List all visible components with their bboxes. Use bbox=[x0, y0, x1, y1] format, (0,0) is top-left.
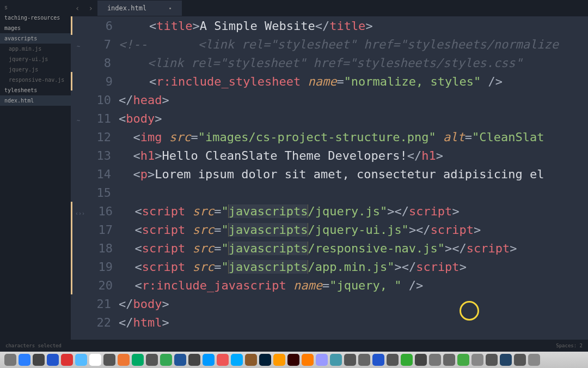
dock-app-icon[interactable] bbox=[4, 354, 16, 366]
code-content[interactable]: <script src="javascripts/jquery.js"></sc… bbox=[120, 204, 588, 218]
code-content[interactable]: <title>A Simple Website</title> bbox=[120, 19, 588, 33]
dock-app-icon[interactable] bbox=[443, 354, 455, 366]
code-content[interactable]: </html> bbox=[119, 316, 588, 329]
dock-app-icon[interactable] bbox=[174, 354, 186, 366]
code-line[interactable]: 9 <r:include_stylesheet name="normalize,… bbox=[71, 72, 588, 91]
tab-next-button[interactable]: › bbox=[84, 4, 97, 13]
dock-app-icon[interactable] bbox=[259, 354, 271, 366]
dock-app-icon[interactable] bbox=[528, 354, 540, 366]
code-line[interactable]: 22</html> bbox=[71, 313, 588, 331]
code-line[interactable]: 6 <title>A Simple Website</title> bbox=[71, 16, 588, 35]
file-jquery-js[interactable]: jquery.js bbox=[0, 64, 71, 75]
dock-app-icon[interactable] bbox=[471, 354, 483, 366]
dock-app-icon[interactable] bbox=[372, 354, 384, 366]
dock-app-icon[interactable] bbox=[302, 354, 314, 366]
code-line[interactable]: ‹››16 <script src="javascripts/jquery.js… bbox=[71, 202, 588, 220]
line-number: 6 bbox=[88, 19, 120, 33]
code-content[interactable]: <!-- <link rel="stylesheet" href="styles… bbox=[119, 38, 588, 51]
code-content[interactable]: </body> bbox=[119, 297, 588, 311]
code-content[interactable]: <body> bbox=[119, 112, 588, 125]
dock-app-icon[interactable] bbox=[415, 354, 427, 366]
line-number: 10 bbox=[86, 93, 119, 107]
fold-indicator bbox=[71, 172, 86, 176]
dock-app-icon[interactable] bbox=[203, 354, 215, 366]
code-content[interactable]: <r:include_stylesheet name="normalize, s… bbox=[120, 75, 588, 88]
code-editor[interactable]: 6 <title>A Simple Website</title>~7<!-- … bbox=[71, 16, 588, 340]
code-content[interactable]: <script src="javascripts/responsive-nav.… bbox=[120, 242, 588, 255]
tab-label: index.html bbox=[107, 4, 146, 12]
code-line[interactable]: 21</body> bbox=[71, 294, 588, 313]
dock-app-icon[interactable] bbox=[273, 354, 285, 366]
code-line[interactable]: ~11<body> bbox=[71, 109, 588, 128]
dock-app-icon[interactable] bbox=[500, 354, 512, 366]
fold-indicator bbox=[71, 153, 86, 158]
main: staching-resourcesmagesavascriptsapp.min… bbox=[0, 0, 588, 340]
file-explorer[interactable]: staching-resourcesmagesavascriptsapp.min… bbox=[0, 0, 71, 340]
dock-app-icon[interactable] bbox=[103, 354, 115, 366]
dock-app-icon[interactable] bbox=[61, 354, 73, 366]
dock-app-icon[interactable] bbox=[316, 354, 328, 366]
dock-app-icon[interactable] bbox=[47, 354, 59, 366]
code-content[interactable]: <h1>Hello CleanSlate Theme Developers!</… bbox=[119, 149, 588, 162]
code-line[interactable]: 14 <p>Lorem ipsum dolor sit amet, consec… bbox=[71, 165, 588, 183]
dock-app-icon[interactable] bbox=[514, 354, 526, 366]
dock-app-icon[interactable] bbox=[486, 354, 498, 366]
code-line[interactable]: 19 <script src="javascripts/app.min.js">… bbox=[71, 257, 588, 276]
macos-dock[interactable] bbox=[0, 352, 588, 368]
dock-app-icon[interactable] bbox=[188, 354, 200, 366]
dock-app-icon[interactable] bbox=[19, 354, 30, 366]
folder-root[interactable]: s bbox=[0, 2, 71, 13]
folder-stylesheets[interactable]: tylesheets bbox=[0, 85, 71, 95]
tab-index-html[interactable]: index.html • bbox=[97, 1, 182, 16]
code-line[interactable]: 17 <script src="javascripts/jquery-ui.js… bbox=[71, 220, 588, 239]
code-line[interactable]: 15 bbox=[71, 183, 588, 202]
dock-app-icon[interactable] bbox=[75, 354, 87, 366]
fold-indicator bbox=[72, 283, 88, 287]
code-line[interactable]: ~7<!-- <link rel="stylesheet" href="styl… bbox=[71, 35, 588, 53]
line-number: 13 bbox=[86, 149, 119, 162]
code-content[interactable]: <script src="javascripts/jquery-ui.js"><… bbox=[120, 223, 588, 237]
dock-app-icon[interactable] bbox=[160, 354, 172, 366]
dock-app-icon[interactable] bbox=[231, 354, 243, 366]
dock-app-icon[interactable] bbox=[287, 354, 299, 366]
dock-app-icon[interactable] bbox=[457, 354, 469, 366]
file-jquery-ui-js[interactable]: jquery-ui.js bbox=[0, 54, 71, 64]
dock-app-icon[interactable] bbox=[358, 354, 370, 366]
line-number: 14 bbox=[86, 167, 119, 181]
folder-teaching-resources[interactable]: taching-resources bbox=[0, 13, 71, 23]
code-content[interactable]: <img src="images/cs-project-structure.pn… bbox=[119, 130, 588, 144]
dock-app-icon[interactable] bbox=[429, 354, 441, 366]
code-content[interactable]: <p>Lorem ipsum dolor sit amet, consectet… bbox=[119, 167, 588, 181]
code-content[interactable]: <script src="javascripts/app.min.js"></s… bbox=[120, 260, 588, 274]
code-content[interactable]: <link rel="stylesheet" href="stylesheets… bbox=[119, 56, 588, 70]
code-line[interactable]: 20 <r:include_javascript name="jquery, "… bbox=[71, 276, 588, 294]
tab-bar: ‹ › index.html • bbox=[71, 0, 588, 16]
code-content[interactable]: </head> bbox=[119, 93, 588, 107]
dock-app-icon[interactable] bbox=[330, 354, 342, 366]
code-line[interactable]: 8 <link rel="stylesheet" href="styleshee… bbox=[71, 53, 588, 72]
code-line[interactable]: 12 <img src="images/cs-project-structure… bbox=[71, 128, 588, 146]
fold-indicator bbox=[72, 246, 88, 250]
dock-app-icon[interactable] bbox=[387, 354, 399, 366]
fold-indicator bbox=[72, 264, 88, 269]
code-line[interactable]: 10</head> bbox=[71, 91, 588, 109]
folder-javascripts[interactable]: avascripts bbox=[0, 33, 71, 44]
code-content[interactable]: <r:include_javascript name="jquery, " /> bbox=[120, 279, 588, 292]
dock-app-icon[interactable] bbox=[33, 354, 45, 366]
tab-prev-button[interactable]: ‹ bbox=[71, 4, 84, 13]
dock-app-icon[interactable] bbox=[89, 354, 101, 366]
dock-app-icon[interactable] bbox=[245, 354, 257, 366]
code-line[interactable]: 18 <script src="javascripts/responsive-n… bbox=[71, 239, 588, 257]
fold-indicator: ‹›› bbox=[72, 206, 88, 216]
dock-app-icon[interactable] bbox=[132, 354, 144, 366]
folder-images[interactable]: mages bbox=[0, 23, 71, 33]
dock-app-icon[interactable] bbox=[146, 354, 158, 366]
dock-app-icon[interactable] bbox=[217, 354, 229, 366]
file-index-html[interactable]: ndex.html bbox=[0, 95, 71, 106]
dock-app-icon[interactable] bbox=[401, 354, 413, 366]
dock-app-icon[interactable] bbox=[344, 354, 356, 366]
dock-app-icon[interactable] bbox=[118, 354, 130, 366]
file-app-min-js[interactable]: app.min.js bbox=[0, 44, 71, 54]
file-responsive-nav-js[interactable]: responsive-nav.js bbox=[0, 75, 71, 85]
code-line[interactable]: 13 <h1>Hello CleanSlate Theme Developers… bbox=[71, 146, 588, 165]
